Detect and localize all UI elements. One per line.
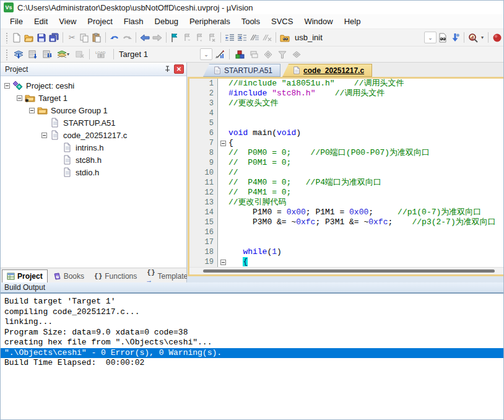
menu-bar: FileEditViewProjectFlashDebugPeripherals… [1,14,503,29]
target-select-value[interactable]: Target 1 [116,50,200,59]
lookup-dropdown[interactable]: ▾ [479,31,485,45]
cascade-windows-button[interactable] [246,48,261,61]
project-icon [12,81,23,90]
search-combo-value[interactable]: usb_init [291,33,424,42]
panel-tab-label: Books [64,272,84,281]
line-number: 1 [189,79,218,89]
tree-expander-icon[interactable] [4,83,10,89]
file-toolbar: ✂ usb_init ⌄ d ▾ [1,29,503,46]
menu-tools[interactable]: Tools [236,15,266,28]
code-editor[interactable]: 1//#include "ai8051u.h" //调用头文件2#include… [189,79,503,267]
build-button[interactable] [25,48,40,61]
panel-tab-project[interactable]: Project [2,269,48,282]
tree-item-stc8h-h[interactable]: stc8h.h [1,154,186,166]
paste-button[interactable] [90,31,103,45]
find-in-files-button[interactable] [279,31,291,45]
save-all-button[interactable] [48,31,60,45]
panel-tab-books[interactable]: ?Books [49,269,89,282]
tree-expander-icon[interactable] [41,133,47,138]
build-output-line-selected[interactable]: ".\Objects\ceshi" - 0 Error(s), 0 Warnin… [1,348,503,359]
document-tab-bar: STARTUP.A51code_20251217.c [187,63,503,77]
toolbar-grip[interactable] [6,32,8,43]
tree-item-code-20251217-c[interactable]: code_20251217.c [1,129,186,141]
manage-components-button[interactable] [232,48,246,61]
document-tab-startup-a51[interactable]: STARTUP.A51 [203,64,280,77]
panel-tab-functions[interactable]: {}Functions [90,269,141,282]
flag-diamond-button[interactable] [261,48,275,61]
menu-svcs[interactable]: SVCS [266,15,298,28]
tree-expander-icon[interactable] [29,108,35,113]
bookmark-toggle-button[interactable] [169,31,181,45]
lookup-button[interactable]: d [467,31,479,45]
target-select-dropdown[interactable]: ⌄ [200,48,212,60]
batch-build-button[interactable]: ▾ [54,48,72,61]
code-text: // P4M0 = 0; //P4端口为准双向口 [228,178,381,188]
code-line: 10// [189,168,503,178]
stop-build-button[interactable] [72,48,87,61]
menu-peripherals[interactable]: Peripherals [184,15,236,28]
undo-button[interactable] [108,31,121,45]
funnel-button[interactable] [275,48,289,61]
uvision-window: Vs C:\Users\Administrator\Desktop\usbNot… [0,0,504,420]
build-output-line[interactable]: creating hex file from ".\Objects\ceshi"… [1,338,503,348]
redo-button[interactable] [121,31,133,45]
menu-edit[interactable]: Edit [28,15,53,28]
fold-marker-icon[interactable] [218,138,228,148]
build-output-line[interactable]: compiling code_20251217.c... [1,307,503,318]
build-output-line[interactable]: Build Time Elapsed: 00:00:02 [1,358,503,369]
menu-help[interactable]: Help [339,15,367,28]
code-line: 18 while(1) [189,247,503,257]
copy-button[interactable] [78,31,90,45]
bookmark-previous-button[interactable] [181,31,193,45]
uncomment-button[interactable] [261,31,273,45]
rebuild-button[interactable] [40,48,54,61]
run-button[interactable] [491,31,503,45]
indent-button[interactable] [224,31,236,45]
bookmark-clear-all-button[interactable] [206,31,218,45]
menu-file[interactable]: File [4,15,28,28]
find-in-files-doc-button[interactable] [437,31,449,45]
build-output-line[interactable]: Program Size: data=9.0 xdata=0 code=38 [1,328,503,338]
build-output-line[interactable]: Build target 'Target 1' [1,297,503,307]
new-file-button[interactable] [11,31,23,45]
search-combo[interactable]: usb_init ⌄ [291,32,437,43]
tree-item-source-group-1[interactable]: Source Group 1 [1,104,186,116]
download-button[interactable]: LOAD [92,48,111,61]
save-button[interactable] [35,31,48,45]
build-output-line[interactable]: linking... [1,317,503,328]
code-line: 6void main(void) [189,128,503,138]
close-panel-icon[interactable]: ✕ [174,64,184,74]
tree-item-startup-a51[interactable]: STARTUP.A51 [1,116,186,129]
pin-icon[interactable] [162,64,172,74]
horizontal-scrollbar[interactable] [189,267,503,274]
navigate-back-button[interactable] [139,31,151,45]
menu-window[interactable]: Window [298,15,338,28]
mesh-button[interactable] [289,48,303,61]
translate-button[interactable] [11,48,25,61]
horizontal-scrollbar-thumb[interactable] [203,269,495,273]
target-select-combo[interactable]: Target 1 ⌄ [116,48,212,60]
tree-item-stdio-h[interactable]: stdio.h [1,166,186,178]
tree-item-intrins-h[interactable]: intrins.h [1,141,186,154]
document-tab-code-20251217-c[interactable]: code_20251217.c [282,64,372,77]
search-combo-dropdown[interactable]: ⌄ [424,32,437,43]
navigate-forward-button[interactable] [151,31,163,45]
unindent-button[interactable] [236,31,248,45]
open-file-button[interactable] [23,31,35,45]
toolbar-grip[interactable] [6,49,9,60]
menu-project[interactable]: Project [82,15,118,28]
menu-debug[interactable]: Debug [149,15,184,28]
tree-expander-icon[interactable] [17,95,22,101]
menu-view[interactable]: View [53,15,82,28]
tree-item-project-ceshi[interactable]: Project: ceshi [1,79,186,92]
bookmark-next-button[interactable] [193,31,206,45]
line-number: 6 [189,128,218,138]
fold-marker-icon[interactable] [218,257,228,267]
menu-flash[interactable]: Flash [118,15,149,28]
comment-button[interactable] [248,31,261,45]
tree-item-target-1[interactable]: ✱Target 1 [1,92,186,104]
incremental-find-button[interactable] [449,31,461,45]
fold-margin [218,217,228,227]
cut-button[interactable]: ✂ [66,31,78,45]
options-for-target-button[interactable] [212,48,227,61]
